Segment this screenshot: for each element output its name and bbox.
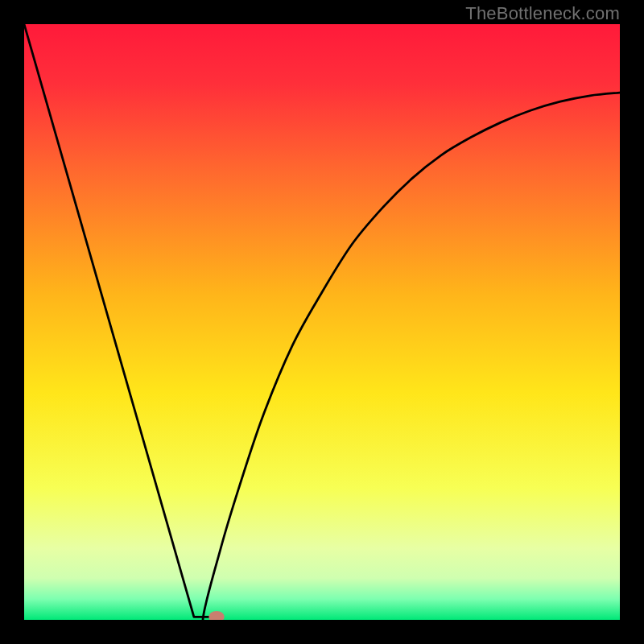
chart-frame <box>24 24 620 620</box>
watermark-text: TheBottleneck.com <box>465 3 620 24</box>
bottleneck-chart <box>24 24 620 620</box>
gradient-background <box>24 24 620 620</box>
